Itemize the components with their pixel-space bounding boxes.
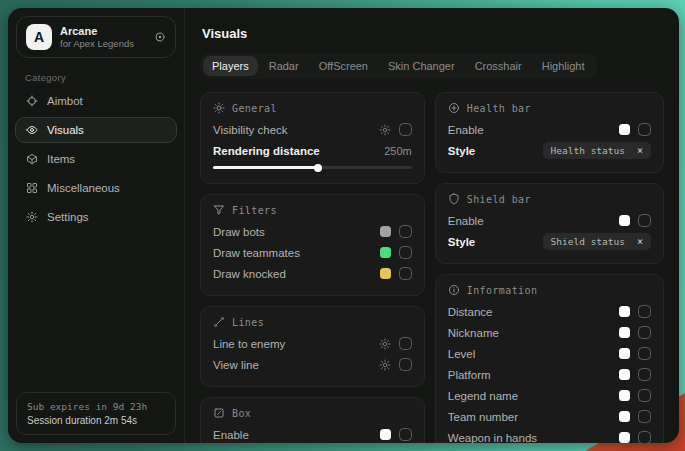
style-tag-label: Shield status (551, 236, 625, 247)
row-enable: Enable (213, 424, 412, 443)
color-swatch[interactable] (619, 411, 630, 422)
row-value: 250m (384, 145, 412, 157)
eye-icon (26, 124, 38, 136)
row-level: Level (448, 343, 651, 364)
gear-icon[interactable] (379, 359, 391, 371)
row-label: Line to enemy (213, 338, 379, 350)
card-title: Box (213, 407, 412, 419)
sidebar-item-visuals[interactable]: Visuals (15, 117, 177, 143)
shield-icon (448, 193, 460, 205)
tab-crosshair[interactable]: Crosshair (466, 56, 531, 76)
sidebar-item-label: Settings (47, 211, 89, 223)
row-controls (379, 123, 412, 136)
remove-icon[interactable]: × (637, 146, 643, 156)
checkbox[interactable] (399, 246, 412, 259)
sub-expiry-text: Sub expires in 9d 23h (27, 401, 165, 412)
row-controls (380, 267, 412, 280)
row-controls: Shield status× (543, 233, 651, 250)
row-weapon-in-hands: Weapon in hands (448, 427, 651, 443)
checkbox[interactable] (399, 428, 412, 441)
checkbox[interactable] (638, 305, 651, 318)
subscription-status-card: Sub expires in 9d 23h Session duration 2… (16, 392, 176, 435)
color-swatch[interactable] (619, 215, 630, 226)
color-swatch[interactable] (380, 429, 391, 440)
card-lines: LinesLine to enemyView line (200, 306, 425, 387)
row-controls (380, 225, 412, 238)
gear-icon[interactable] (379, 124, 391, 136)
tab-radar[interactable]: Radar (260, 56, 308, 76)
row-controls (619, 305, 651, 318)
row-label: Platform (448, 369, 619, 381)
color-swatch[interactable] (619, 369, 630, 380)
row-label: Enable (448, 215, 619, 227)
checkbox[interactable] (638, 410, 651, 423)
checkbox[interactable] (638, 389, 651, 402)
checkbox[interactable] (399, 225, 412, 238)
checkbox[interactable] (638, 368, 651, 381)
row-label: Enable (448, 124, 619, 136)
checkbox[interactable] (399, 267, 412, 280)
color-swatch[interactable] (619, 327, 630, 338)
box-icon (26, 153, 38, 165)
sidebar-item-settings[interactable]: Settings (15, 204, 177, 230)
color-swatch[interactable] (619, 390, 630, 401)
row-controls (380, 428, 412, 441)
style-tag[interactable]: Shield status× (543, 233, 651, 250)
sidebar-item-miscellaneous[interactable]: Miscellaneous (15, 175, 177, 201)
row-label: Style (448, 145, 543, 157)
checkbox[interactable] (399, 358, 412, 371)
card-title-label: Information (467, 285, 538, 296)
sidebar-item-items[interactable]: Items (15, 146, 177, 172)
grid-icon (26, 182, 38, 194)
gear-icon[interactable] (379, 338, 391, 350)
card-title: Information (448, 284, 651, 296)
tab-skin-changer[interactable]: Skin Changer (379, 56, 464, 76)
sidebar-item-label: Items (47, 153, 75, 165)
tab-players[interactable]: Players (203, 56, 258, 76)
style-tag[interactable]: Health status× (543, 142, 651, 159)
color-swatch[interactable] (380, 247, 391, 258)
row-controls (619, 123, 651, 136)
sidebar-nav: AimbotVisualsItemsMiscellaneousSettings (8, 88, 184, 230)
row-controls (619, 410, 651, 423)
checkbox[interactable] (638, 326, 651, 339)
remove-icon[interactable]: × (637, 237, 643, 247)
row-visibility-check: Visibility check (213, 119, 412, 140)
app-subtitle: for Apex Legends (60, 38, 134, 49)
tab-offscreen[interactable]: OffScreen (310, 56, 377, 76)
row-controls (379, 337, 412, 350)
checkbox[interactable] (638, 431, 651, 443)
sidebar-item-aimbot[interactable]: Aimbot (15, 88, 177, 114)
checkbox[interactable] (638, 347, 651, 360)
color-swatch[interactable] (619, 124, 630, 135)
color-swatch[interactable] (619, 306, 630, 317)
card-shield-bar: Shield barEnableStyleShield status× (435, 183, 664, 264)
left-column: GeneralVisibility checkRendering distanc… (200, 92, 425, 443)
color-swatch[interactable] (380, 226, 391, 237)
card-title: Health bar (448, 102, 651, 114)
checkbox[interactable] (638, 123, 651, 136)
crosshair-icon (26, 95, 38, 107)
app-title: Arcane (60, 25, 134, 37)
card-title-label: Box (232, 408, 251, 419)
tab-highlight[interactable]: Highlight (533, 56, 594, 76)
card-title-label: Shield bar (467, 194, 531, 205)
row-label: Draw teammates (213, 247, 380, 259)
slider[interactable] (213, 166, 412, 169)
color-swatch[interactable] (380, 268, 391, 279)
card-title: Shield bar (448, 193, 651, 205)
sidebar-item-label: Miscellaneous (47, 182, 120, 194)
target-icon[interactable] (154, 31, 166, 43)
card-title-label: General (232, 103, 277, 114)
color-swatch[interactable] (619, 432, 630, 443)
card-title: General (213, 102, 412, 114)
slider-thumb[interactable] (314, 164, 322, 172)
line-icon (213, 316, 225, 328)
color-swatch[interactable] (619, 348, 630, 359)
frame-icon (213, 407, 225, 419)
checkbox[interactable] (399, 123, 412, 136)
row-controls (619, 326, 651, 339)
checkbox[interactable] (399, 337, 412, 350)
checkbox[interactable] (638, 214, 651, 227)
row-legend-name: Legend name (448, 385, 651, 406)
